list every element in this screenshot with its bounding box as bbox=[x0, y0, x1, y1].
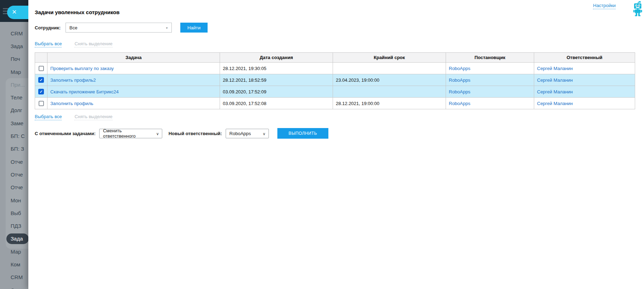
sidebar-item[interactable]: Выб bbox=[0, 207, 28, 219]
execute-button[interactable]: ВЫПОЛНИТЬ bbox=[277, 128, 328, 139]
sidebar-item[interactable]: Отче bbox=[0, 168, 28, 181]
column-header: Задача bbox=[47, 53, 220, 63]
select-all-link[interactable]: Выбрать все bbox=[35, 41, 62, 47]
sidebar-item[interactable]: Зада bbox=[0, 40, 28, 52]
sidebar-item[interactable]: Поч bbox=[0, 53, 28, 65]
sidebar-item[interactable]: Мон bbox=[0, 194, 28, 207]
sidebar-item[interactable]: Теле bbox=[0, 91, 28, 104]
sidebar-item[interactable]: Сиг bbox=[0, 284, 28, 289]
sidebar-item[interactable]: Отче bbox=[0, 181, 28, 194]
sidebar-item[interactable]: CRM bbox=[0, 27, 28, 40]
sidebar-item[interactable]: ПДЗ bbox=[0, 219, 28, 232]
sidebar-item[interactable]: Отче bbox=[0, 155, 28, 168]
sidebar-item[interactable]: Мар bbox=[0, 65, 28, 78]
slider-close-button[interactable]: × bbox=[7, 6, 28, 19]
chevron-down-icon: ∨ bbox=[263, 132, 266, 136]
sidebar-item[interactable]: CRM bbox=[0, 271, 28, 284]
close-icon: × bbox=[12, 7, 17, 17]
action-select[interactable]: Сменить ответственного ∨ bbox=[99, 129, 162, 138]
deadline-date bbox=[333, 63, 446, 74]
deselect-all-link: Снять выделение bbox=[74, 41, 112, 47]
task-link[interactable]: Скачать приложение Битрикс24 bbox=[50, 89, 119, 94]
employee-select[interactable]: Все ▼ bbox=[66, 23, 172, 33]
responsible-link[interactable]: Сергей Маланин bbox=[537, 101, 573, 106]
employee-label: Сотрудник: bbox=[35, 25, 61, 30]
created-date: 28.12.2021, 18:52:59 bbox=[220, 74, 333, 86]
sidebar-item[interactable]: Долг bbox=[0, 104, 28, 117]
author-link[interactable]: RoboApps bbox=[449, 77, 470, 83]
sidebar-item[interactable]: При... bbox=[0, 78, 28, 91]
author-link[interactable]: RoboApps bbox=[449, 101, 470, 106]
slider-content: Задачи уволенных сотрудников Сотрудник: … bbox=[28, 0, 644, 139]
new-responsible-select-value: RoboApps bbox=[230, 131, 251, 136]
chevron-down-icon: ∨ bbox=[156, 132, 159, 136]
background-page: CRMЗадаПочМарПри...ТелеДолгЗамеБП: СБП: … bbox=[0, 0, 28, 289]
responsible-link[interactable]: Сергей Маланин bbox=[537, 66, 573, 71]
left-menu: CRMЗадаПочМарПри...ТелеДолгЗамеБП: СБП: … bbox=[0, 27, 28, 289]
author-link[interactable]: RoboApps bbox=[449, 66, 470, 71]
column-header: Дата создания bbox=[220, 53, 333, 63]
action-select-value: Сменить ответственного bbox=[103, 128, 153, 139]
roboapps-robot-icon bbox=[633, 1, 643, 17]
search-button[interactable]: Найти bbox=[180, 23, 208, 33]
column-header: Постановщик bbox=[446, 53, 534, 63]
responsible-link[interactable]: Сергей Маланин bbox=[537, 89, 573, 94]
checkbox-column-header bbox=[35, 53, 47, 63]
deadline-date bbox=[333, 86, 446, 98]
selection-links-top: Выбрать все Снять выделение bbox=[35, 41, 635, 47]
dropdown-arrow-icon: ▼ bbox=[165, 27, 168, 30]
sidebar-item[interactable]: Ком bbox=[0, 258, 28, 271]
created-date: 28.12.2021, 19:30:05 bbox=[220, 63, 333, 74]
task-row: Заполнить профиль03.09.2020, 17:52:0828.… bbox=[35, 98, 635, 109]
deadline-date: 23.04.2023, 19:00:00 bbox=[333, 74, 446, 86]
actions-row: С отмеченными задачами: Сменить ответств… bbox=[35, 128, 635, 139]
author-link[interactable]: RoboApps bbox=[449, 89, 470, 94]
employee-select-value: Все bbox=[69, 25, 77, 30]
with-tasks-label: С отмеченными задачами: bbox=[35, 131, 96, 136]
sidebar-item[interactable]: Мар bbox=[0, 245, 28, 258]
task-link[interactable]: Проверить выплату по заказу bbox=[50, 66, 114, 71]
filter-row: Сотрудник: Все ▼ Найти bbox=[35, 23, 635, 33]
sidebar-item[interactable]: Зада bbox=[6, 233, 28, 244]
task-row: ✓Заполнить профиль228.12.2021, 18:52:592… bbox=[35, 74, 635, 86]
sidebar-item[interactable]: БП: З bbox=[0, 143, 28, 155]
tasks-table: ЗадачаДата созданияКрайний срокПостановщ… bbox=[35, 52, 635, 109]
column-header: Крайний срок bbox=[333, 53, 446, 63]
sidebar-item[interactable]: БП: С bbox=[0, 129, 28, 142]
selection-links-bottom: Выбрать все Снять выделение bbox=[35, 114, 635, 120]
created-date: 03.09.2020, 17:52:08 bbox=[220, 98, 333, 109]
table-header-row: ЗадачаДата созданияКрайний срокПостановщ… bbox=[35, 53, 635, 63]
task-row: ✓Скачать приложение Битрикс2403.09.2020,… bbox=[35, 86, 635, 98]
row-checkbox[interactable] bbox=[39, 66, 44, 71]
sidebar-item[interactable]: Заме bbox=[0, 117, 28, 129]
responsible-link[interactable]: Сергей Маланин bbox=[537, 77, 573, 83]
deselect-all-link: Снять выделение bbox=[74, 114, 112, 120]
task-link[interactable]: Заполнить профиль2 bbox=[50, 77, 96, 83]
task-link[interactable]: Заполнить профиль bbox=[50, 101, 93, 106]
row-checkbox[interactable] bbox=[39, 101, 44, 106]
slider-panel: Настройки bbox=[28, 0, 644, 289]
new-responsible-select[interactable]: RoboApps ∨ bbox=[226, 129, 269, 138]
deadline-date: 28.12.2021, 19:00:00 bbox=[333, 98, 446, 109]
column-header: Ответственный bbox=[534, 53, 635, 63]
row-checkbox[interactable]: ✓ bbox=[38, 89, 44, 94]
page-title: Задачи уволенных сотрудников bbox=[35, 9, 635, 15]
created-date: 03.09.2020, 17:52:09 bbox=[220, 86, 333, 98]
task-row: Проверить выплату по заказу28.12.2021, 1… bbox=[35, 63, 635, 74]
select-all-link[interactable]: Выбрать все bbox=[35, 114, 62, 120]
settings-link[interactable]: Настройки bbox=[593, 3, 616, 9]
new-responsible-label: Новый ответственный: bbox=[169, 131, 222, 136]
row-checkbox[interactable]: ✓ bbox=[38, 77, 44, 83]
